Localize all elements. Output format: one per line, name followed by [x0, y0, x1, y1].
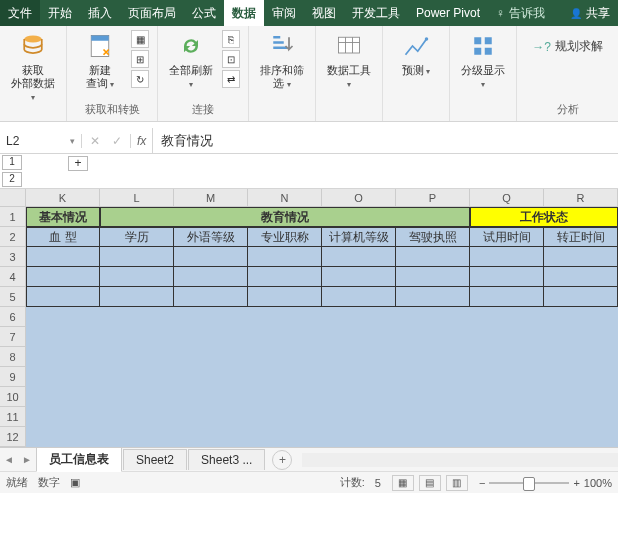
select-all-corner[interactable] — [0, 189, 26, 207]
tab-home[interactable]: 开始 — [40, 0, 80, 26]
forecast-button[interactable]: 预测 — [391, 30, 441, 77]
column-header[interactable]: L — [100, 189, 174, 207]
sheet-tab-active[interactable]: 员工信息表 — [36, 447, 122, 472]
worksheet-grid[interactable]: 123456789101112 KLMNOPQR 基本情况教育情况工作状态血 型… — [0, 189, 618, 447]
page-layout-view-icon[interactable]: ▤ — [419, 475, 441, 491]
cell[interactable] — [100, 247, 174, 267]
outline-expand-button[interactable]: + — [68, 156, 88, 171]
cell[interactable] — [174, 267, 248, 287]
cell[interactable]: 计算机等级 — [322, 227, 396, 247]
cell[interactable] — [26, 307, 618, 327]
cell[interactable] — [544, 247, 618, 267]
cell[interactable]: 工作状态 — [470, 207, 618, 227]
cell[interactable] — [396, 247, 470, 267]
macro-record-icon[interactable]: ▣ — [70, 476, 80, 489]
row-header[interactable]: 11 — [0, 407, 26, 427]
column-header[interactable]: N — [248, 189, 322, 207]
cell[interactable]: 试用时间 — [470, 227, 544, 247]
cell[interactable] — [26, 267, 100, 287]
cell[interactable]: 基本情况 — [26, 207, 100, 227]
refresh-all-button[interactable]: 全部刷新 — [166, 30, 216, 90]
column-header[interactable]: K — [26, 189, 100, 207]
cell[interactable] — [26, 367, 618, 387]
sheet-nav-next-icon[interactable]: ► — [18, 454, 36, 465]
cell[interactable] — [26, 327, 618, 347]
row-header[interactable]: 2 — [0, 227, 26, 247]
subtotal-button[interactable]: 分级显示 — [458, 30, 508, 90]
cell[interactable] — [470, 267, 544, 287]
row-header[interactable]: 9 — [0, 367, 26, 387]
cell[interactable] — [26, 407, 618, 427]
sheet-nav-prev-icon[interactable]: ◄ — [0, 454, 18, 465]
show-queries-icon[interactable]: ▦ — [131, 30, 149, 48]
cell[interactable] — [544, 267, 618, 287]
page-break-view-icon[interactable]: ▥ — [446, 475, 468, 491]
cell[interactable] — [322, 267, 396, 287]
cell[interactable] — [470, 247, 544, 267]
cell[interactable] — [248, 267, 322, 287]
cell[interactable]: 教育情况 — [100, 207, 470, 227]
from-table-icon[interactable]: ⊞ — [131, 50, 149, 68]
cell[interactable] — [396, 267, 470, 287]
row-header[interactable]: 5 — [0, 287, 26, 307]
cell[interactable] — [174, 247, 248, 267]
connections-icon[interactable]: ⎘ — [222, 30, 240, 48]
column-header[interactable]: Q — [470, 189, 544, 207]
row-header[interactable]: 8 — [0, 347, 26, 367]
tab-data[interactable]: 数据 — [224, 0, 264, 26]
cell[interactable] — [26, 287, 100, 307]
cell[interactable]: 学历 — [100, 227, 174, 247]
outline-level-2[interactable]: 2 — [2, 172, 22, 187]
cell[interactable] — [26, 247, 100, 267]
cell[interactable] — [26, 347, 618, 367]
cell[interactable] — [248, 247, 322, 267]
cell[interactable]: 外语等级 — [174, 227, 248, 247]
cell[interactable]: 转正时间 — [544, 227, 618, 247]
tab-file[interactable]: 文件 — [0, 0, 40, 26]
cell[interactable] — [248, 287, 322, 307]
tab-view[interactable]: 视图 — [304, 0, 344, 26]
row-header[interactable]: 6 — [0, 307, 26, 327]
fx-icon[interactable]: fx — [131, 128, 153, 153]
outline-level-1[interactable]: 1 — [2, 155, 22, 170]
tab-review[interactable]: 审阅 — [264, 0, 304, 26]
cell[interactable] — [174, 287, 248, 307]
cell[interactable]: 驾驶执照 — [396, 227, 470, 247]
zoom-out-button[interactable]: − — [479, 477, 485, 489]
row-header[interactable]: 3 — [0, 247, 26, 267]
zoom-in-button[interactable]: + — [573, 477, 579, 489]
properties-icon[interactable]: ⊡ — [222, 50, 240, 68]
cell[interactable] — [322, 247, 396, 267]
cell[interactable]: 血 型 — [26, 227, 100, 247]
sheet-tab-2[interactable]: Sheet2 — [123, 449, 187, 470]
enter-icon[interactable]: ✓ — [110, 134, 124, 148]
row-header[interactable]: 7 — [0, 327, 26, 347]
cell[interactable] — [26, 387, 618, 407]
tab-formula[interactable]: 公式 — [184, 0, 224, 26]
zoom-slider[interactable] — [489, 482, 569, 484]
row-header[interactable]: 1 — [0, 207, 26, 227]
cell[interactable] — [100, 267, 174, 287]
cell[interactable]: 专业职称 — [248, 227, 322, 247]
new-query-button[interactable]: 新建 查询 — [75, 30, 125, 90]
column-header[interactable]: O — [322, 189, 396, 207]
row-header[interactable]: 4 — [0, 267, 26, 287]
cell[interactable] — [100, 287, 174, 307]
zoom-value[interactable]: 100% — [584, 477, 612, 489]
cell[interactable] — [26, 427, 618, 447]
column-header[interactable]: P — [396, 189, 470, 207]
tab-dev[interactable]: 开发工具 — [344, 0, 408, 26]
normal-view-icon[interactable]: ▦ — [392, 475, 414, 491]
sheet-tab-3[interactable]: Sheet3 ... — [188, 449, 265, 470]
tab-insert[interactable]: 插入 — [80, 0, 120, 26]
cell[interactable] — [470, 287, 544, 307]
get-external-data-button[interactable]: 获取 外部数据 — [8, 30, 58, 104]
data-tools-button[interactable]: 数据工具 — [324, 30, 374, 90]
cancel-icon[interactable]: ✕ — [88, 134, 102, 148]
recent-sources-icon[interactable]: ↻ — [131, 70, 149, 88]
name-box[interactable]: L2 — [0, 134, 82, 148]
formula-bar[interactable]: 教育情况 — [153, 132, 618, 150]
tab-tellme[interactable]: 告诉我 — [488, 0, 553, 26]
row-header[interactable]: 10 — [0, 387, 26, 407]
column-header[interactable]: M — [174, 189, 248, 207]
